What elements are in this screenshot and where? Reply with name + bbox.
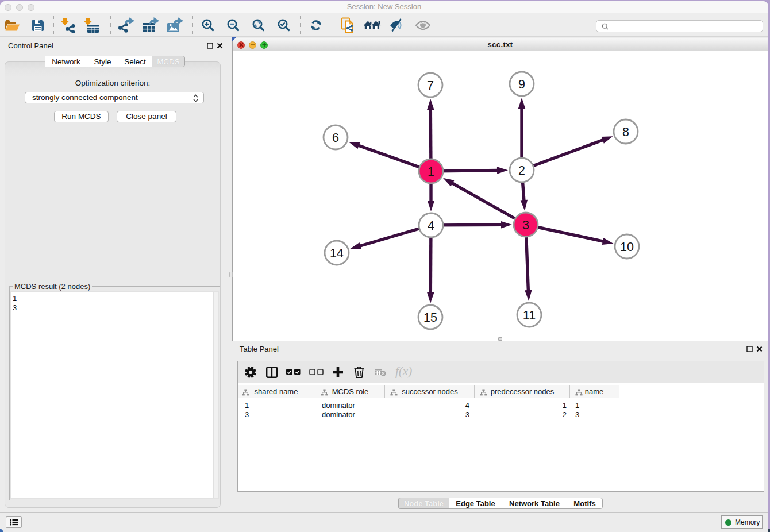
svg-text:1: 1	[428, 165, 434, 179]
svg-text:3: 3	[522, 218, 529, 232]
svg-text:10: 10	[620, 240, 634, 254]
svg-text:2: 2	[518, 164, 525, 178]
svg-text:14: 14	[330, 246, 344, 260]
svg-text:15: 15	[424, 311, 437, 325]
svg-text:7: 7	[427, 79, 434, 92]
svg-text:6: 6	[332, 131, 339, 145]
svg-text:9: 9	[518, 78, 525, 91]
svg-text:8: 8	[622, 125, 629, 139]
svg-text:4: 4	[428, 219, 434, 233]
svg-text:11: 11	[523, 309, 536, 322]
